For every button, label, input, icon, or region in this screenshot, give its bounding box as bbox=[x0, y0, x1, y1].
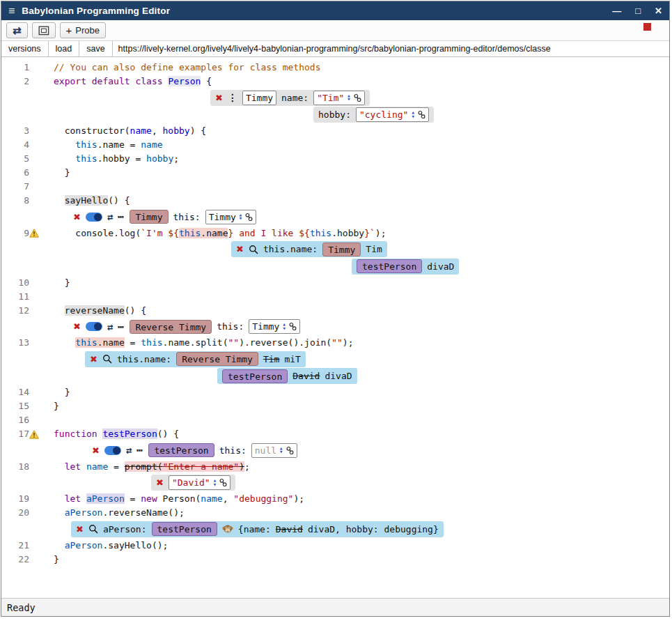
code-text[interactable]: aPerson.reverseName(); bbox=[45, 506, 185, 520]
spinner-icon[interactable]: ▴▾ bbox=[282, 323, 286, 330]
activate-toggle[interactable] bbox=[104, 446, 121, 455]
code-token[interactable]: aPerson bbox=[65, 540, 103, 551]
code-token[interactable]: testPerson bbox=[102, 429, 157, 439]
code-token[interactable]: () { bbox=[108, 195, 130, 206]
code-token[interactable]: ); bbox=[375, 228, 386, 238]
code-text[interactable]: console.log(`I'm ${this.name} and I like… bbox=[45, 226, 386, 240]
remove-widget-button[interactable]: ✖ bbox=[215, 93, 223, 103]
code-token[interactable]: } bbox=[54, 167, 70, 178]
spinner-icon[interactable]: ▴▾ bbox=[239, 213, 242, 221]
code-token[interactable]: name bbox=[86, 461, 108, 472]
code-token[interactable]: // You can also define examples for clas… bbox=[54, 62, 321, 72]
code-token[interactable]: ) bbox=[239, 461, 244, 472]
code-token[interactable]: "debugging" bbox=[233, 493, 293, 504]
code-token[interactable]: } and I like ${ bbox=[228, 228, 309, 238]
code-token[interactable]: } bbox=[54, 387, 70, 397]
remove-widget-button[interactable]: ✖ bbox=[73, 321, 81, 332]
code-token[interactable]: `I'm ${ bbox=[141, 228, 179, 238]
code-token[interactable] bbox=[54, 493, 65, 504]
code-text[interactable]: sayHello() { bbox=[45, 194, 130, 208]
code-text[interactable]: let name = prompt("Enter a name"); bbox=[45, 460, 250, 474]
save-button[interactable]: save bbox=[79, 41, 112, 56]
maximize-button[interactable]: □ bbox=[635, 6, 641, 16]
code-token[interactable]: ); bbox=[293, 493, 304, 504]
code-token[interactable]: { bbox=[201, 76, 212, 86]
switch-example-icon[interactable]: ⇄ bbox=[107, 321, 113, 332]
switch-example-icon[interactable]: ⇄ bbox=[107, 211, 113, 222]
swap-button[interactable]: ⇄ bbox=[6, 22, 28, 38]
code-token[interactable]: let bbox=[65, 461, 81, 472]
code-token[interactable]: .name bbox=[97, 337, 125, 348]
add-probe-button[interactable]: + Probe bbox=[60, 22, 106, 38]
example-badge[interactable]: testPerson bbox=[357, 259, 422, 273]
code-token[interactable]: .hobby bbox=[331, 228, 364, 238]
remove-widget-button[interactable]: ✖ bbox=[73, 212, 81, 222]
code-token[interactable]: ).reverse().join( bbox=[239, 337, 331, 348]
code-token[interactable]: "Enter a name" bbox=[163, 461, 240, 472]
code-text[interactable]: } bbox=[45, 399, 59, 413]
code-token[interactable]: hobby bbox=[163, 125, 190, 136]
example-badge[interactable]: Timmy bbox=[322, 243, 361, 256]
code-token[interactable]: "" bbox=[228, 337, 239, 348]
code-token[interactable]: aPerson bbox=[65, 507, 103, 518]
code-token[interactable]: class bbox=[135, 76, 162, 86]
example-name-input[interactable]: Timmy bbox=[242, 91, 276, 105]
code-text[interactable]: this.hobby = hobby; bbox=[45, 152, 179, 166]
example-badge[interactable]: Reverse Timmy bbox=[176, 352, 258, 366]
code-token[interactable] bbox=[81, 461, 86, 472]
code-token[interactable]: prompt( bbox=[125, 461, 163, 472]
code-token[interactable] bbox=[54, 139, 75, 150]
drag-handle-icon[interactable]: ⋮ bbox=[228, 92, 237, 103]
code-token[interactable] bbox=[54, 540, 65, 551]
code-token[interactable]: "" bbox=[331, 337, 343, 348]
code-token[interactable]: export bbox=[54, 76, 86, 86]
spinner-icon[interactable]: ▴▾ bbox=[279, 447, 283, 454]
code-token[interactable]: } bbox=[54, 554, 59, 564]
code-token[interactable] bbox=[54, 507, 65, 518]
code-token[interactable]: () { bbox=[157, 429, 179, 439]
link-icon[interactable] bbox=[219, 478, 227, 487]
code-token[interactable]: .reverseName(); bbox=[102, 507, 184, 518]
example-badge[interactable]: Timmy bbox=[130, 210, 168, 224]
versions-button[interactable]: versions bbox=[1, 41, 49, 56]
code-token[interactable]: this bbox=[75, 139, 97, 150]
code-text[interactable]: } bbox=[45, 166, 70, 180]
code-text[interactable] bbox=[45, 180, 54, 194]
code-token[interactable]: this bbox=[75, 337, 97, 348]
code-token[interactable]: constructor( bbox=[54, 125, 130, 136]
code-token[interactable] bbox=[81, 493, 86, 504]
code-token[interactable]: ) { bbox=[190, 125, 206, 136]
value-input[interactable]: "David"▴▾ bbox=[169, 475, 230, 490]
spinner-icon[interactable]: ▴▾ bbox=[347, 94, 350, 102]
code-token[interactable]: ; bbox=[173, 153, 179, 164]
example-badge[interactable]: testPerson bbox=[152, 522, 217, 536]
code-text[interactable]: reverseName() { bbox=[45, 304, 146, 318]
link-icon[interactable] bbox=[289, 322, 297, 331]
code-token[interactable] bbox=[54, 195, 65, 206]
switch-example-icon[interactable]: ⇄ bbox=[126, 445, 132, 456]
code-token[interactable]: ); bbox=[343, 337, 354, 348]
remove-widget-button[interactable]: ✖ bbox=[90, 354, 97, 364]
value-input[interactable]: "cycling"▴▾ bbox=[356, 107, 429, 122]
remove-widget-button[interactable]: ✖ bbox=[236, 244, 244, 254]
code-token[interactable]: .name bbox=[201, 228, 228, 238]
code-token[interactable]: this bbox=[179, 228, 201, 238]
link-icon[interactable] bbox=[245, 213, 253, 222]
code-token[interactable]: .hobby = bbox=[97, 153, 146, 164]
code-token[interactable]: .sayHello(); bbox=[102, 540, 168, 551]
code-token[interactable] bbox=[54, 337, 75, 348]
code-token[interactable]: console.log( bbox=[54, 228, 141, 238]
link-icon[interactable] bbox=[286, 446, 294, 455]
code-token[interactable] bbox=[54, 153, 75, 164]
code-token[interactable]: reverseName bbox=[65, 305, 125, 316]
code-token[interactable]: this bbox=[75, 153, 97, 164]
activate-toggle[interactable] bbox=[86, 213, 102, 222]
example-badge[interactable]: Reverse Timmy bbox=[130, 320, 212, 334]
menu-icon[interactable]: ≡ bbox=[8, 5, 15, 17]
context-select[interactable]: null▴▾ bbox=[251, 443, 297, 458]
code-text[interactable]: let aPerson = new Person(name, "debuggin… bbox=[45, 492, 304, 506]
code-token[interactable]: name bbox=[130, 125, 152, 136]
code-token[interactable]: let bbox=[65, 493, 81, 504]
inspect-frame-button[interactable] bbox=[32, 22, 56, 38]
example-badge[interactable]: testPerson bbox=[222, 369, 288, 383]
